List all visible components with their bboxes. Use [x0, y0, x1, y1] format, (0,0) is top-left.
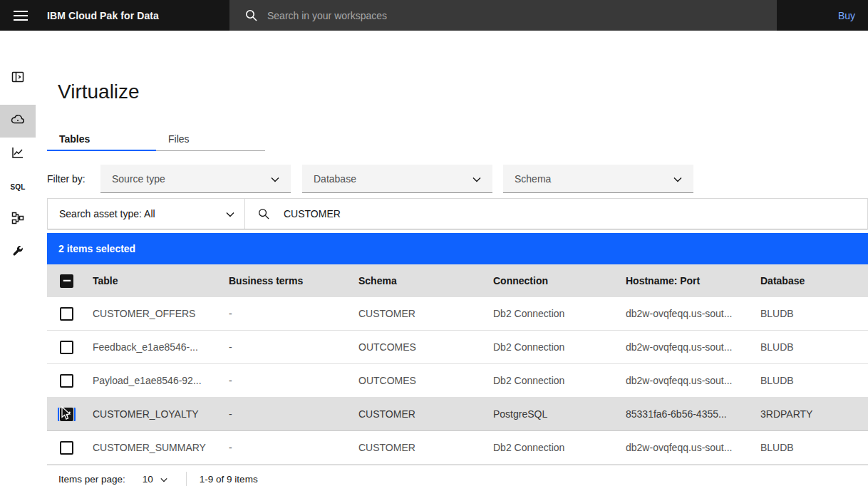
cell-database: BLUDB	[760, 308, 868, 319]
cell-database: BLUDB	[760, 341, 868, 353]
cell-business-terms: -	[229, 341, 358, 353]
global-search-placeholder: Search in your workspaces	[267, 10, 387, 21]
chevron-down-icon	[226, 207, 234, 220]
cell-table-name: Payload_e1ae8546-92...	[93, 375, 229, 386]
cell-business-terms: -	[229, 408, 358, 420]
data-flow-icon	[11, 211, 25, 228]
cell-schema: CUSTOMER	[358, 308, 493, 319]
virtualization-cloud-icon	[10, 112, 26, 130]
cell-business-terms: -	[229, 308, 358, 319]
sidebar-item-sql[interactable]: SQL	[0, 170, 36, 203]
select-all-checkbox[interactable]	[60, 274, 73, 288]
pagination-divider	[186, 472, 187, 486]
selection-banner: 2 items selected	[47, 233, 868, 264]
row-checkbox[interactable]	[60, 307, 73, 321]
chevron-down-icon	[271, 172, 279, 185]
filter-by-label: Filter by:	[47, 165, 86, 193]
sidebar-item-panel[interactable]	[0, 62, 36, 95]
col-header-schema[interactable]: Schema	[358, 275, 493, 286]
wrench-icon	[11, 244, 25, 261]
row-checkbox[interactable]	[60, 374, 73, 388]
sql-icon: SQL	[10, 183, 25, 191]
cell-hostname: 85331fa6-6b56-4355...	[626, 408, 760, 420]
chart-line-icon	[11, 145, 25, 162]
table-row[interactable]: Feedback_e1ae8546-... - OUTCOMES Db2 Con…	[47, 331, 868, 364]
pagination-bar: Items per page: 10 1-9 of 9 items	[47, 465, 868, 486]
data-table: Table Business terms Schema Connection H…	[47, 264, 868, 465]
table-row[interactable]: Payload_e1ae8546-92... - OUTCOMES Db2 Co…	[47, 364, 868, 398]
cell-hostname: db2w-ovqfeqq.us-sout...	[626, 341, 760, 353]
app-title: IBM Cloud Pak for Data	[47, 0, 159, 31]
cell-connection: Db2 Connection	[493, 308, 626, 319]
row-checkbox[interactable]	[60, 408, 73, 421]
cell-hostname: db2w-ovqfeqq.us-sout...	[626, 375, 760, 386]
cell-connection: Db2 Connection	[493, 341, 626, 353]
cell-schema: OUTCOMES	[358, 341, 493, 353]
asset-search-input[interactable]: CUSTOMER	[245, 199, 867, 229]
top-header-bar: IBM Cloud Pak for Data Search in your wo…	[0, 0, 868, 31]
table-row-selected[interactable]: CUSTOMER_LOYALTY - CUSTOMER PostgreSQL 8…	[47, 398, 868, 431]
left-nav-rail: SQL	[0, 31, 36, 486]
database-dropdown[interactable]: Database	[302, 165, 492, 193]
tab-tables[interactable]: Tables	[47, 128, 156, 151]
main-content: Virtualize Tables Files Filter by: Sourc…	[36, 31, 868, 486]
tab-bar: Tables Files	[47, 128, 265, 151]
sidebar-item-monitor[interactable]	[0, 138, 36, 170]
cell-connection: Db2 Connection	[493, 375, 626, 386]
row-checkbox[interactable]	[60, 341, 73, 354]
cell-business-terms: -	[229, 442, 358, 453]
cell-hostname: db2w-ovqfeqq.us-sout...	[626, 442, 760, 453]
search-query-text: CUSTOMER	[284, 208, 341, 219]
global-search-field[interactable]: Search in your workspaces	[229, 0, 777, 31]
chevron-down-icon	[472, 172, 481, 185]
row-checkbox[interactable]	[60, 441, 73, 455]
sidebar-item-virtualize[interactable]	[0, 105, 36, 138]
col-header-database[interactable]: Database	[760, 275, 868, 286]
table-header-row: Table Business terms Schema Connection H…	[47, 264, 868, 297]
sidebar-item-tools[interactable]	[0, 236, 36, 269]
col-header-hostname[interactable]: Hostname: Port	[626, 275, 760, 286]
cell-schema: CUSTOMER	[358, 408, 493, 420]
search-icon	[245, 9, 257, 21]
chevron-down-icon	[673, 172, 682, 185]
table-row[interactable]: CUSTOMER_OFFERS - CUSTOMER Db2 Connectio…	[47, 297, 868, 331]
cell-hostname: db2w-ovqfeqq.us-sout...	[626, 308, 760, 319]
col-header-table[interactable]: Table	[93, 275, 229, 286]
asset-search-bar: Search asset type: All CUSTOMER	[47, 198, 868, 229]
cell-database: BLUDB	[760, 442, 868, 453]
side-panel-icon	[11, 70, 25, 87]
col-header-business-terms[interactable]: Business terms	[229, 275, 358, 286]
page-range-label: 1-9 of 9 items	[200, 474, 258, 485]
page-title: Virtualize	[58, 81, 140, 103]
col-header-connection[interactable]: Connection	[493, 275, 626, 286]
cell-schema: CUSTOMER	[358, 442, 493, 453]
source-type-dropdown[interactable]: Source type	[100, 165, 291, 193]
cell-database: 3RDPARTY	[760, 408, 868, 420]
cell-schema: OUTCOMES	[358, 375, 493, 386]
search-icon	[258, 208, 269, 219]
cell-table-name: CUSTOMER_LOYALTY	[93, 408, 229, 420]
cell-table-name: CUSTOMER_SUMMARY	[93, 442, 229, 453]
table-row[interactable]: CUSTOMER_SUMMARY - CUSTOMER Db2 Connecti…	[47, 431, 868, 465]
cell-table-name: Feedback_e1ae8546-...	[93, 341, 229, 353]
cell-connection: PostgreSQL	[493, 408, 626, 420]
tab-files[interactable]: Files	[156, 128, 265, 151]
buy-link[interactable]: Buy	[825, 0, 868, 31]
cell-database: BLUDB	[760, 375, 868, 386]
hamburger-icon	[14, 11, 28, 21]
cell-table-name: CUSTOMER_OFFERS	[93, 308, 229, 319]
cell-business-terms: -	[229, 375, 358, 386]
chevron-down-icon	[160, 474, 167, 485]
cell-connection: Db2 Connection	[493, 442, 626, 453]
asset-type-dropdown[interactable]: Search asset type: All	[48, 199, 245, 229]
schema-dropdown[interactable]: Schema	[503, 165, 693, 193]
page-size-select[interactable]: 10	[143, 474, 167, 485]
items-per-page-label: Items per page:	[58, 474, 125, 485]
menu-button[interactable]	[0, 0, 41, 31]
sidebar-item-data-flow[interactable]	[0, 203, 36, 236]
